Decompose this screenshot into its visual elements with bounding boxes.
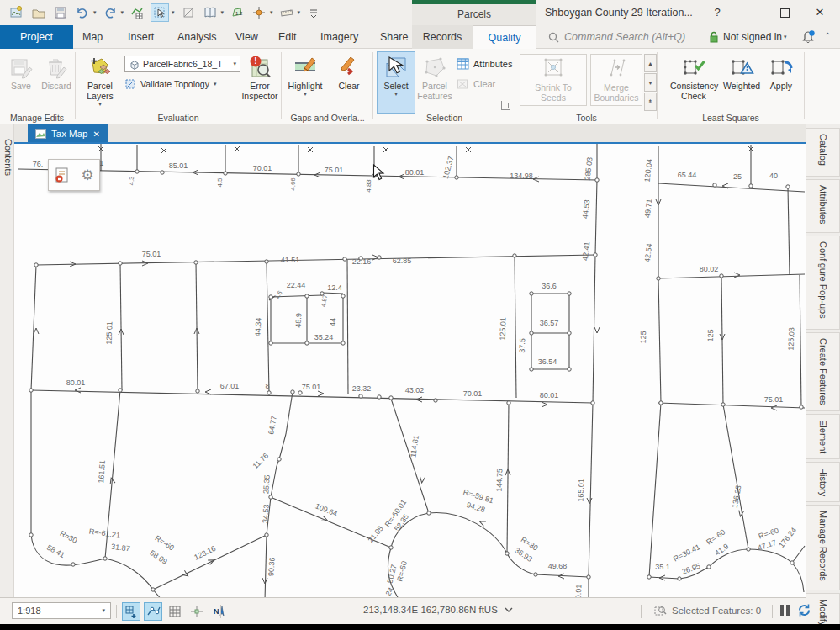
contextual-group-parcels[interactable]: Parcels xyxy=(412,0,536,25)
consistency-check-button[interactable]: Consistency Check xyxy=(670,52,717,102)
snapping-icon[interactable] xyxy=(144,602,162,621)
measure-icon[interactable] xyxy=(278,4,295,21)
tab-project[interactable]: Project xyxy=(0,25,73,49)
parcel-features-button[interactable]: Parcel Features xyxy=(415,52,454,102)
shrink-to-seeds-button[interactable]: Shrink To Seeds xyxy=(520,54,587,106)
close-tab-icon[interactable]: ✕ xyxy=(92,130,99,139)
svg-text:35.1: 35.1 xyxy=(655,563,670,571)
pane-tab-modify-features[interactable]: Modify Feat xyxy=(806,593,840,624)
svg-text:75.01: 75.01 xyxy=(302,383,321,391)
coordinate-readout[interactable]: 213,148.34E 162,780.86N ftUS xyxy=(363,605,513,615)
gallery-expand-icon[interactable]: ⇟ xyxy=(644,93,657,111)
ground-to-grid-icon[interactable] xyxy=(188,602,206,621)
svg-text:165.01: 165.01 xyxy=(577,479,586,502)
collapse-ribbon-icon[interactable]: ⌃ xyxy=(824,31,831,40)
project-thumbnail-icon[interactable] xyxy=(8,4,25,21)
save-button[interactable]: Save xyxy=(2,52,40,92)
tab-edit[interactable]: Edit xyxy=(267,25,309,49)
attributes-label: Attributes xyxy=(473,59,512,69)
undo-icon[interactable] xyxy=(74,4,91,21)
clear-selection-button[interactable]: Clear xyxy=(457,76,512,93)
selection-dialog-launcher-icon[interactable] xyxy=(501,101,510,110)
contents-pane-tab[interactable]: Contents xyxy=(1,128,13,187)
help-button[interactable]: ? xyxy=(705,3,730,23)
weighted-button[interactable]: Weighted xyxy=(720,52,763,92)
svg-text:161.51: 161.51 xyxy=(97,460,107,484)
catalog-caret-icon[interactable]: ▾ xyxy=(221,9,225,16)
svg-text:12.4: 12.4 xyxy=(327,283,342,292)
pane-tab-configure-popups[interactable]: Configure Pop-ups xyxy=(806,236,840,330)
add-parcel-icon[interactable] xyxy=(122,602,140,621)
grid-icon[interactable] xyxy=(166,602,184,621)
parcel-fabric-combo[interactable]: ParcelFabric6_18_T ▾ xyxy=(124,56,240,72)
selected-features-indicator[interactable]: Selected Features: 0 xyxy=(654,605,761,617)
save-icon xyxy=(9,54,33,81)
select-tool-icon[interactable] xyxy=(151,3,169,22)
north-arrow-icon[interactable]: N xyxy=(209,602,228,621)
sign-in-status[interactable]: Not signed in ▾ xyxy=(709,25,787,49)
svg-text:134.98: 134.98 xyxy=(510,172,533,180)
tax-map-tab[interactable]: Tax Map ✕ xyxy=(28,124,108,143)
pane-tab-element[interactable]: Element xyxy=(806,414,840,459)
validate-topology-button[interactable]: Validate Topology ▾ xyxy=(124,76,240,93)
catalog-book-icon[interactable] xyxy=(202,4,219,21)
tab-analysis[interactable]: Analysis xyxy=(166,25,229,49)
svg-text:42.54: 42.54 xyxy=(643,243,653,262)
group-label-manage-edits: Manage Edits xyxy=(0,113,74,123)
merge-boundaries-button[interactable]: Merge Boundaries xyxy=(590,54,642,106)
measured-polygon-icon[interactable]: 1 2 xyxy=(229,4,246,21)
pane-tab-attributes[interactable]: Attributes xyxy=(806,179,840,233)
clear-highlight-button[interactable]: Clear xyxy=(331,52,367,92)
pause-drawing-icon[interactable] xyxy=(780,605,790,616)
consistency-check-label: Consistency Check xyxy=(670,82,717,102)
apply-button[interactable]: Apply xyxy=(764,52,798,92)
pane-tab-create-features[interactable]: Create Features xyxy=(806,332,840,411)
gallery-down-icon[interactable]: ▼ xyxy=(644,73,657,92)
explore-icon[interactable] xyxy=(251,4,267,21)
pane-tab-catalog[interactable]: Catalog xyxy=(806,128,840,177)
error-inspector-button[interactable]: ! Error Inspector xyxy=(240,52,279,102)
clip-icon[interactable] xyxy=(180,4,197,21)
tab-view[interactable]: View xyxy=(224,25,270,49)
record-details-icon[interactable] xyxy=(54,167,71,183)
discard-label: Discard xyxy=(41,82,71,92)
tab-records[interactable]: Records xyxy=(412,25,473,49)
measure-caret-icon[interactable]: ▾ xyxy=(298,9,301,16)
open-project-icon[interactable] xyxy=(30,4,47,21)
svg-text:R=30: R=30 xyxy=(58,529,78,545)
tab-insert[interactable]: Insert xyxy=(116,25,166,49)
scale-combo[interactable]: 1:918 ▾ xyxy=(12,602,111,619)
redo-icon[interactable] xyxy=(102,4,119,21)
sign-in-caret-icon: ▾ xyxy=(784,34,787,40)
explore-caret-icon[interactable]: ▾ xyxy=(270,9,273,16)
maximize-button[interactable] xyxy=(772,3,797,23)
traverse-grid-icon[interactable] xyxy=(129,4,145,21)
undo-caret-icon[interactable]: ▾ xyxy=(93,9,97,16)
svg-text:125.01: 125.01 xyxy=(105,321,114,345)
notifications-bell-icon[interactable] xyxy=(800,29,816,48)
gear-icon[interactable]: ⚙ xyxy=(82,168,94,183)
tab-quality[interactable]: Quality xyxy=(473,25,536,49)
discard-button[interactable]: Discard xyxy=(37,52,76,92)
select-button[interactable]: Select ▾ xyxy=(377,51,415,114)
tab-imagery[interactable]: Imagery xyxy=(309,25,370,49)
svg-text:1 2: 1 2 xyxy=(235,11,243,16)
pane-tab-history[interactable]: History xyxy=(806,462,840,502)
scale-caret-icon: ▾ xyxy=(102,607,105,614)
refresh-map-icon[interactable] xyxy=(797,603,811,619)
attributes-button[interactable]: Attributes xyxy=(457,56,512,72)
redo-caret-icon[interactable]: ▾ xyxy=(121,9,124,16)
close-button[interactable]: ✕ xyxy=(807,3,832,23)
parcel-layers-button[interactable]: Parcel Layers ▾ xyxy=(81,52,119,107)
qat-customize-icon[interactable] xyxy=(305,4,322,21)
tab-map[interactable]: Map xyxy=(71,25,114,49)
map-canvas[interactable]: 76.80.0185.0170.0175.0180.014.34.54.664.… xyxy=(14,144,806,597)
gallery-up-icon[interactable]: ▲ xyxy=(644,54,657,72)
pane-tab-manage-records[interactable]: Manage Records xyxy=(806,505,840,590)
parcel-linework: 76.80.0185.0170.0175.0180.014.34.54.664.… xyxy=(14,144,806,597)
save-project-icon[interactable] xyxy=(52,4,69,21)
command-search[interactable]: Command Search (Alt+Q) xyxy=(548,25,685,49)
minimize-button[interactable] xyxy=(738,3,763,23)
highlight-button[interactable]: Highlight ▾ xyxy=(286,52,325,97)
select-caret-icon[interactable]: ▾ xyxy=(172,9,175,16)
